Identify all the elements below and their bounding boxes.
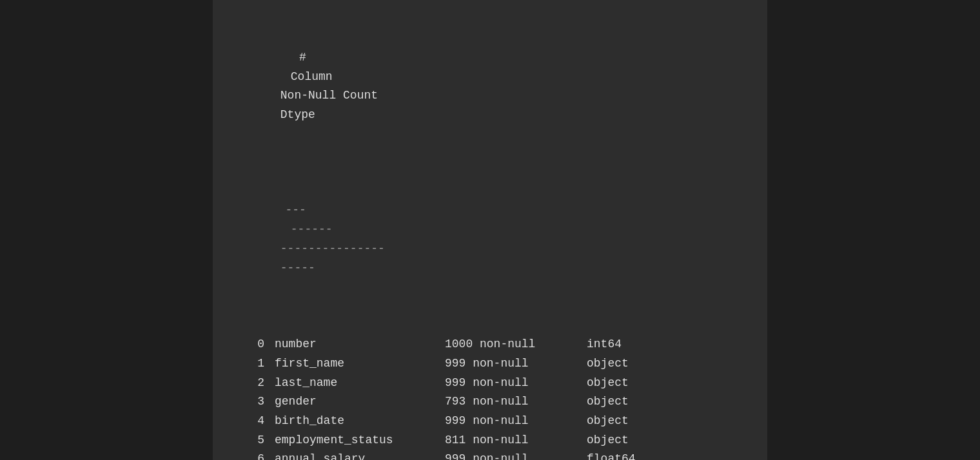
sep-dtype: ----- bbox=[280, 259, 315, 278]
row-dtype: object bbox=[587, 392, 629, 412]
col-name-header: Column bbox=[280, 68, 461, 87]
row-dtype: object bbox=[587, 374, 629, 393]
table-row: 3gender793 non-nullobject bbox=[239, 392, 741, 412]
row-col-name: birth_date bbox=[264, 412, 445, 431]
row-dtype: int64 bbox=[587, 335, 622, 354]
row-index: 2 bbox=[239, 374, 264, 393]
row-col-name: employment_status bbox=[264, 431, 445, 450]
row-non-null: 999 non-null bbox=[445, 354, 587, 374]
row-dtype: object bbox=[587, 354, 629, 374]
sep-nonnull: --------------- bbox=[280, 240, 422, 259]
row-non-null: 999 non-null bbox=[445, 412, 587, 431]
row-dtype: object bbox=[587, 431, 629, 450]
table-row: 5employment_status811 non-nullobject bbox=[239, 431, 741, 450]
row-non-null: 999 non-null bbox=[445, 450, 587, 460]
row-index: 1 bbox=[239, 354, 264, 374]
row-col-name: last_name bbox=[264, 374, 445, 393]
row-dtype: float64 bbox=[587, 450, 636, 460]
table-row: 0number1000 non-nullint64 bbox=[239, 335, 741, 354]
sep-name: ------ bbox=[280, 220, 461, 240]
row-col-name: annual_salary bbox=[264, 450, 445, 460]
table-row: 1first_name999 non-nullobject bbox=[239, 354, 741, 374]
sep-num: --- bbox=[280, 201, 306, 220]
row-index: 6 bbox=[239, 450, 264, 460]
separator-row: --- ------ --------------- ----- bbox=[239, 182, 741, 297]
output-block: RangeIndex: 1000 entries, 0 to 999 Data … bbox=[239, 0, 741, 460]
row-non-null: 793 non-null bbox=[445, 392, 587, 412]
row-non-null: 999 non-null bbox=[445, 374, 587, 393]
row-col-name: gender bbox=[264, 392, 445, 412]
col-num-header: # bbox=[280, 48, 306, 68]
table-row: 6annual_salary999 non-nullfloat64 bbox=[239, 450, 741, 460]
row-dtype: object bbox=[587, 412, 629, 431]
row-index: 0 bbox=[239, 335, 264, 354]
row-col-name: number bbox=[264, 335, 445, 354]
row-index: 3 bbox=[239, 392, 264, 412]
row-index: 4 bbox=[239, 412, 264, 431]
terminal-window: RangeIndex: 1000 entries, 0 to 999 Data … bbox=[213, 0, 767, 460]
col-dtype-header: Dtype bbox=[280, 106, 315, 125]
row-non-null: 1000 non-null bbox=[445, 335, 587, 354]
table-row: 2last_name999 non-nullobject bbox=[239, 374, 741, 393]
row-index: 5 bbox=[239, 431, 264, 450]
row-col-name: first_name bbox=[264, 354, 445, 374]
data-rows-container: 0number1000 non-nullint641first_name999 … bbox=[239, 335, 741, 460]
row-non-null: 811 non-null bbox=[445, 431, 587, 450]
table-header-row: # Column Non-Null Count Dtype bbox=[239, 29, 741, 144]
col-nonnull-header: Non-Null Count bbox=[280, 86, 422, 106]
table-row: 4birth_date999 non-nullobject bbox=[239, 412, 741, 431]
